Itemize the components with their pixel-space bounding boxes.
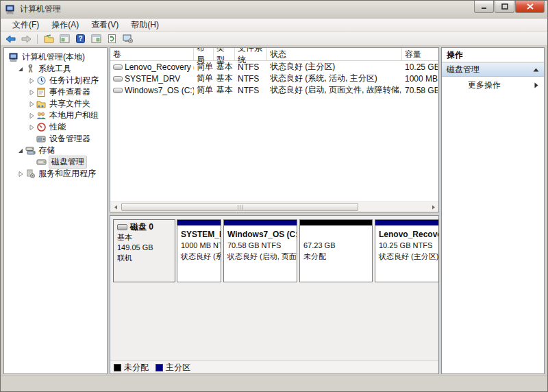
column-header-status[interactable]: 状态	[267, 48, 402, 60]
close-button[interactable]	[515, 1, 545, 13]
volume-icon	[113, 76, 123, 82]
volume-icon	[113, 88, 123, 93]
column-header-volume[interactable]: 卷	[110, 48, 194, 60]
legend-primary-partition: 主分区	[155, 362, 190, 373]
partition-unallocated[interactable]: 67.23 GB 未分配	[299, 219, 373, 282]
tree-item-event-viewer[interactable]: 事件查看器	[4, 86, 107, 98]
submenu-arrow-icon	[534, 82, 538, 88]
scroll-left-icon[interactable]	[110, 202, 121, 212]
collapsed-arrow-icon[interactable]	[16, 171, 25, 177]
scrollbar-thumb[interactable]	[121, 203, 358, 211]
legend: 未分配 主分区	[110, 360, 438, 373]
volume-rows: Lenovo_Recovery (Q:) 简单 基本 NTFS 状态良好 (主分…	[110, 61, 438, 201]
column-header-type[interactable]: 类型	[214, 48, 235, 60]
volume-filesystem: NTFS	[235, 62, 267, 72]
help-icon[interactable]: ?	[73, 33, 87, 45]
minimize-button[interactable]	[474, 1, 494, 13]
graphical-view: 磁盘 0 基本 149.05 GB 联机 SYSTEM_DRV 1000 MB …	[110, 215, 439, 374]
console-tree: 计算机管理(本地) 系统工具 任务计划程序	[3, 47, 108, 374]
collapsed-arrow-icon[interactable]	[27, 89, 36, 96]
tree-item-shared-folders[interactable]: 共享文件夹	[4, 98, 107, 110]
event-viewer-icon	[36, 88, 47, 97]
performance-icon	[36, 123, 47, 132]
actions-pane-title: 操作	[442, 48, 544, 62]
partition-name: SYSTEM_DRV	[181, 229, 218, 240]
expanded-arrow-icon[interactable]	[16, 147, 25, 154]
refresh-icon[interactable]	[105, 33, 119, 45]
disk-status: 联机	[117, 253, 171, 263]
column-header-capacity[interactable]: 容量	[402, 48, 438, 60]
maximize-button[interactable]	[495, 1, 514, 13]
tree-item-device-manager[interactable]: 设备管理器	[4, 133, 107, 145]
show-actions-pane-icon[interactable]	[89, 33, 103, 45]
primary-partition-color-swatch	[155, 364, 163, 371]
tree-item-local-users-groups[interactable]: 本地用户和组	[4, 110, 107, 121]
volume-icon	[113, 64, 123, 70]
unallocated-band	[300, 220, 372, 226]
menu-file[interactable]: 文件(F)	[6, 18, 45, 32]
tree-item-storage[interactable]: 存储	[4, 145, 107, 156]
legend-label: 未分配	[124, 362, 149, 373]
volume-name: SYSTEM_DRV	[125, 74, 180, 84]
tree-item-label: 存储	[38, 145, 57, 157]
disk-0-label[interactable]: 磁盘 0 基本 149.05 GB 联机	[113, 219, 175, 282]
more-actions-item[interactable]: 更多操作	[442, 77, 544, 93]
menu-view[interactable]: 查看(V)	[85, 18, 125, 32]
collapsed-arrow-icon[interactable]	[27, 77, 36, 84]
users-icon	[36, 112, 47, 120]
disk-management-icon	[36, 158, 47, 166]
collapsed-arrow-icon[interactable]	[27, 112, 36, 119]
tree-item-task-scheduler[interactable]: 任务计划程序	[4, 75, 107, 86]
partition-system-drv[interactable]: SYSTEM_DRV 1000 MB NTFS 状态良好 (系统, 活动, 主分…	[177, 219, 221, 282]
volume-name: Lenovo_Recovery (Q:)	[125, 62, 194, 72]
console-window-icon[interactable]	[58, 33, 71, 45]
volume-row-system-drv[interactable]: SYSTEM_DRV 简单 基本 NTFS 状态良好 (系统, 活动, 主分区)…	[110, 73, 438, 84]
actions-section-disk-management[interactable]: 磁盘管理	[442, 62, 544, 77]
partition-lenovo-recovery[interactable]: Lenovo_Recovery 10.25 GB NTFS 状态良好 (主分区)	[375, 219, 439, 282]
tree-item-label: 磁盘管理	[49, 156, 87, 169]
storage-icon	[25, 147, 36, 155]
volume-capacity: 10.25 GB	[402, 62, 438, 72]
collapsed-arrow-icon[interactable]	[27, 124, 36, 131]
menu-help[interactable]: 帮助(H)	[125, 18, 165, 32]
legend-label: 主分区	[166, 362, 190, 373]
tree-item-performance[interactable]: 性能	[4, 121, 107, 133]
window-bottom-frame	[1, 375, 547, 391]
back-icon[interactable]	[3, 33, 17, 45]
tree-item-services-applications[interactable]: 服务和应用程序	[4, 168, 107, 180]
partition-size: 67.23 GB	[303, 240, 369, 251]
partition-status: 未分配	[303, 251, 369, 262]
scroll-right-icon[interactable]	[428, 202, 438, 212]
show-console-tree-icon[interactable]	[42, 33, 55, 45]
primary-partition-band	[177, 220, 221, 226]
menu-action[interactable]: 操作(A)	[45, 18, 85, 32]
window-title: 计算机管理	[20, 3, 474, 15]
column-header-filesystem[interactable]: 文件系统	[235, 48, 267, 60]
tree-item-label: 性能	[49, 121, 68, 134]
unallocated-color-swatch	[114, 364, 121, 371]
tree-item-label: 共享文件夹	[49, 98, 92, 110]
partition-windows7-os[interactable]: Windows7_OS (C:) 70.58 GB NTFS 状态良好 (启动,…	[223, 219, 297, 282]
tree-item-disk-management[interactable]: 磁盘管理	[4, 156, 107, 168]
partition-size: 1000 MB NTFS	[181, 240, 218, 251]
tree-item-system-tools[interactable]: 系统工具	[4, 63, 107, 75]
tools-icon	[25, 64, 36, 73]
tree-item-computer-management[interactable]: 计算机管理(本地)	[4, 51, 107, 63]
volume-row-windows7-os[interactable]: Windows7_OS (C:) 简单 基本 NTFS 状态良好 (启动, 页面…	[110, 84, 438, 96]
column-header-layout[interactable]: 布局	[194, 48, 214, 60]
collapse-icon[interactable]	[533, 68, 539, 72]
horizontal-scrollbar[interactable]	[110, 201, 438, 212]
toolbar-separator	[37, 34, 38, 44]
disk-0-row: 磁盘 0 基本 149.05 GB 联机 SYSTEM_DRV 1000 MB …	[113, 219, 436, 282]
expanded-arrow-icon[interactable]	[16, 66, 25, 73]
partition-status: 状态良好 (启动, 页面文件, 故障转储, 主分区)	[227, 251, 294, 262]
forward-icon[interactable]	[19, 33, 33, 45]
services-icon	[25, 169, 36, 178]
collapsed-arrow-icon[interactable]	[27, 101, 36, 108]
tree-item-label: 任务计划程序	[49, 75, 101, 87]
tree-item-label: 本地用户和组	[49, 110, 101, 122]
computer-properties-icon[interactable]	[121, 33, 134, 45]
volume-capacity: 70.58 GB	[402, 86, 438, 95]
partition-name: Windows7_OS (C:)	[227, 229, 294, 240]
volume-row-lenovo-recovery[interactable]: Lenovo_Recovery (Q:) 简单 基本 NTFS 状态良好 (主分…	[110, 61, 438, 73]
